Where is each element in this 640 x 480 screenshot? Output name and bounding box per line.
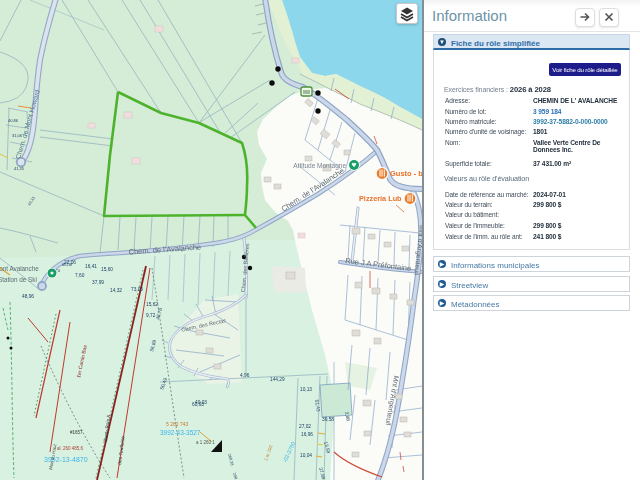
svg-text:39,58: 39,58 bbox=[322, 417, 334, 422]
svg-text:40,86: 40,86 bbox=[8, 118, 19, 123]
svg-text:48,96: 48,96 bbox=[22, 294, 34, 299]
svg-text:al. 260 485,6: al. 260 485,6 bbox=[57, 446, 84, 451]
svg-text:66,08: 66,08 bbox=[62, 262, 73, 267]
svg-text:9,72: 9,72 bbox=[146, 313, 156, 318]
svg-text:16,41: 16,41 bbox=[85, 264, 97, 269]
svg-text:3992-43-3527: 3992-43-3527 bbox=[160, 429, 201, 436]
svg-text:40,03: 40,03 bbox=[195, 400, 207, 405]
svg-text:Gusto - bo: Gusto - bo bbox=[390, 169, 422, 178]
svg-text:5 262 743: 5 262 743 bbox=[166, 421, 188, 427]
svg-text:7,60: 7,60 bbox=[75, 273, 85, 278]
svg-text:27,02: 27,02 bbox=[299, 424, 311, 429]
svg-text:16,96: 16,96 bbox=[301, 432, 313, 437]
svg-text:15,62: 15,62 bbox=[146, 302, 158, 307]
svg-text:15,60: 15,60 bbox=[101, 267, 113, 272]
svg-text:31,06: 31,06 bbox=[12, 133, 23, 138]
svg-text:Station de Ski: Station de Ski bbox=[0, 276, 37, 283]
svg-text:144,29: 144,29 bbox=[270, 377, 285, 382]
svg-text:14,32: 14,32 bbox=[110, 288, 122, 293]
svg-text:37,99: 37,99 bbox=[92, 280, 104, 285]
svg-text:#1657: #1657 bbox=[70, 430, 83, 435]
svg-text:4,96: 4,96 bbox=[240, 373, 250, 378]
svg-text:Pizzeria Lub: Pizzeria Lub bbox=[359, 194, 402, 203]
svg-text:10,04: 10,04 bbox=[300, 453, 312, 458]
svg-text:73,00: 73,00 bbox=[131, 287, 143, 292]
svg-text:10,13: 10,13 bbox=[300, 387, 312, 392]
svg-text:Attitude Montagne: Attitude Montagne bbox=[293, 162, 346, 170]
svg-text:Mont Avalanche: Mont Avalanche bbox=[0, 265, 39, 272]
svg-text:a 1 260 1: a 1 260 1 bbox=[196, 440, 215, 445]
svg-text:41,35: 41,35 bbox=[14, 166, 25, 171]
